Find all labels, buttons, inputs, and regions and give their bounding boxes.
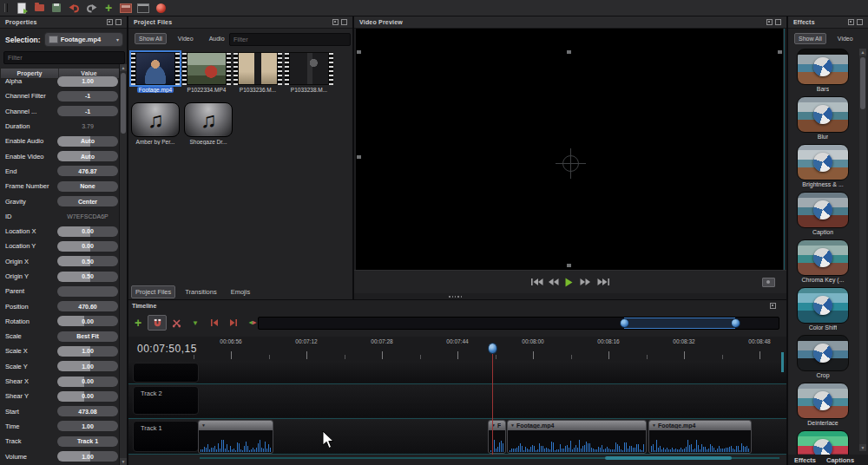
property-row[interactable]: Time 1.00 (0, 419, 120, 434)
timeline-clip[interactable]: ▼Footage.mp4 (507, 420, 647, 454)
property-value[interactable] (57, 286, 118, 297)
project-file-item[interactable]: P1022334.MP4 (182, 52, 231, 93)
property-value[interactable]: 0.00 (57, 316, 118, 326)
timeline-clip[interactable]: ▼Footage.mp4 (648, 420, 752, 454)
property-value[interactable]: W7EFSCDA6P (57, 211, 118, 221)
filter-tab[interactable]: Audio (205, 33, 229, 44)
property-value[interactable]: 3.79 (57, 121, 118, 132)
save-project-button[interactable] (48, 1, 65, 15)
undock-icon[interactable] (107, 19, 113, 25)
effect-item[interactable]: Crop (788, 335, 858, 381)
property-row[interactable]: Frame Number None (0, 179, 120, 193)
property-row[interactable]: Location Y 0.00 (0, 239, 120, 253)
timeline-zoom-slider[interactable] (258, 317, 779, 330)
clip-header[interactable]: ▼Footage.mp4 (649, 421, 751, 430)
effect-item[interactable]: Brightness & ... (788, 144, 858, 190)
next-marker-button[interactable] (224, 315, 243, 331)
property-row[interactable]: Shear Y 0.00 (0, 389, 120, 403)
property-value[interactable]: 0.00 (57, 391, 118, 402)
property-value[interactable]: 476.87 (57, 166, 118, 176)
redo-button[interactable] (82, 1, 100, 15)
undock-icon[interactable] (332, 19, 339, 25)
property-value[interactable]: 473.08 (57, 406, 118, 416)
properties-scrollbar[interactable]: ▲ ▼ (119, 64, 127, 465)
property-row[interactable]: Scale X 1.00 (0, 344, 120, 358)
timeline-vscroll-thumb[interactable] (781, 352, 784, 372)
project-file-item[interactable]: Footage.mp4 (131, 52, 180, 93)
project-files-filter-input[interactable] (229, 33, 351, 46)
transform-handle-top-left[interactable] (357, 50, 361, 54)
timeline-clip[interactable]: ▼ (198, 420, 273, 454)
property-value[interactable]: -1 (57, 106, 118, 116)
effect-item[interactable]: Deinterlace (788, 383, 858, 429)
scroll-down-icon[interactable]: ▼ (859, 444, 866, 451)
property-row[interactable]: Location X 0.00 (0, 224, 120, 239)
video-canvas[interactable] (356, 29, 783, 270)
close-icon[interactable] (775, 19, 781, 25)
panel-tab[interactable]: Project Files (131, 285, 175, 298)
import-files-button[interactable]: + (100, 1, 117, 15)
play-button[interactable] (562, 277, 576, 287)
open-project-button[interactable] (30, 1, 48, 15)
property-row[interactable]: Parent (0, 284, 120, 298)
property-value[interactable]: Track 1 (57, 436, 118, 447)
timeline-ruler[interactable]: 00:07:50,15 00:06:5600:07:1200:07:2800:0… (128, 337, 786, 362)
clip-menu-icon[interactable]: ▼ (201, 423, 206, 428)
project-file-item[interactable]: ♫ Amber by Per... (131, 102, 180, 145)
close-icon[interactable] (341, 19, 347, 25)
effects-scrollbar[interactable]: ▲ ▼ (859, 49, 866, 451)
clip-header[interactable]: ▼Footage.mp4 (508, 421, 646, 430)
property-row[interactable]: Origin X 0.50 (0, 254, 120, 269)
project-file-item[interactable]: P1033236.M... (233, 52, 282, 93)
scroll-up-icon[interactable]: ▲ (120, 64, 127, 71)
property-row[interactable]: Enable Video Auto (0, 148, 120, 163)
property-row[interactable]: Alpha 1.00 (0, 74, 120, 88)
close-icon[interactable] (115, 19, 122, 25)
panel-tab[interactable]: Emojis (227, 285, 255, 298)
choose-profile-button[interactable] (117, 1, 135, 15)
timeline-clip[interactable]: ▼F (488, 420, 506, 454)
property-row[interactable]: Scale Y 1.00 (0, 359, 120, 374)
property-row[interactable]: Position 470.60 (0, 298, 120, 313)
transform-handle-bottom-center[interactable] (567, 264, 571, 267)
effect-item[interactable]: Bars (788, 49, 858, 95)
property-row[interactable]: Rotation 0.00 (0, 314, 120, 329)
property-value[interactable]: 1.00 (57, 76, 118, 87)
jump-to-end-button[interactable] (596, 277, 611, 287)
property-value[interactable]: -1 (57, 91, 118, 102)
rewind-button[interactable] (546, 277, 561, 287)
property-row[interactable]: Channel Filter -1 (0, 88, 120, 103)
property-row[interactable]: Origin Y 0.50 (0, 269, 120, 284)
export-video-button[interactable] (152, 1, 169, 15)
property-value[interactable]: 0.50 (57, 272, 118, 282)
property-value[interactable]: 470.60 (57, 301, 118, 311)
panel-tab[interactable]: Transitions (181, 285, 220, 298)
toolbar-grip[interactable] (4, 3, 8, 12)
transform-handle-top-right[interactable] (778, 50, 782, 54)
undo-button[interactable] (65, 1, 82, 15)
razor-tool-button[interactable] (167, 315, 186, 331)
property-value[interactable]: 1.00 (57, 421, 118, 431)
property-value[interactable]: Auto (57, 151, 118, 161)
undock-icon[interactable] (770, 303, 776, 309)
property-value[interactable]: Auto (57, 136, 118, 147)
splitter-handle[interactable] (449, 296, 463, 298)
add-marker-button[interactable]: ▼ (186, 315, 205, 331)
tab-effects[interactable]: Effects (794, 456, 816, 464)
properties-filter-input[interactable] (3, 51, 125, 64)
timeline-hscroll-thumb[interactable] (605, 456, 732, 460)
effect-item[interactable]: Blur (788, 96, 858, 142)
undock-icon[interactable] (766, 19, 773, 25)
property-row[interactable]: ID W7EFSCDA6P (0, 209, 120, 224)
undock-icon[interactable] (848, 19, 854, 25)
property-value[interactable]: 0.00 (57, 241, 118, 252)
transform-origin-crosshair[interactable] (562, 155, 579, 172)
filter-tab[interactable]: Video (833, 33, 858, 44)
property-value[interactable]: 1.00 (57, 361, 118, 371)
property-row[interactable]: Track Track 1 (0, 434, 120, 449)
fast-forward-button[interactable] (578, 277, 593, 287)
close-icon[interactable] (857, 19, 863, 25)
project-file-item[interactable]: ♫ Shoegaze Dr... (184, 102, 233, 145)
effect-item[interactable]: Chroma Key (... (788, 239, 858, 285)
property-value[interactable]: 0.00 (57, 377, 118, 387)
